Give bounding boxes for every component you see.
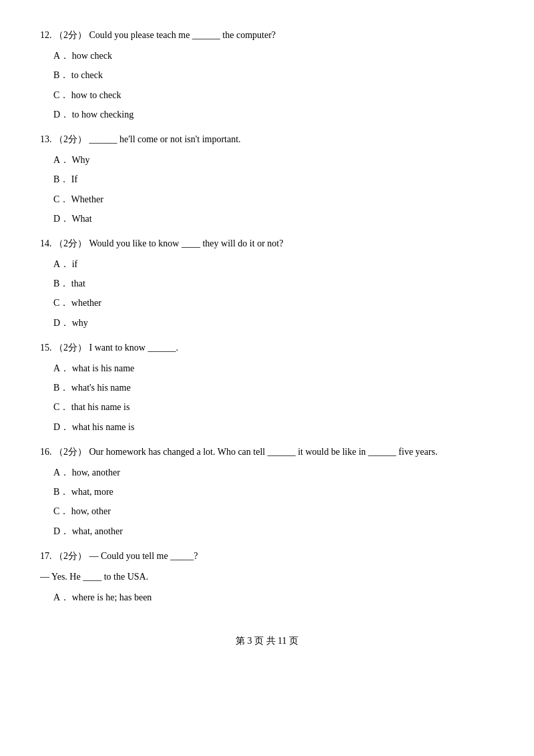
question-14-options: A． if B． that C． whether D． why <box>40 256 494 331</box>
option-14-b-label: B． <box>53 278 69 289</box>
option-16-b: B． what, more <box>53 484 494 500</box>
question-16-stem: 16. （2分） Our homework has changed a lot.… <box>40 443 494 460</box>
question-17-stem: 17. （2分） — Could you tell me _____? <box>40 548 494 564</box>
option-16-a: A． how, another <box>53 464 494 481</box>
option-12-b: B． to check <box>53 67 494 83</box>
question-16: 16. （2分） Our homework has changed a lot.… <box>40 443 494 540</box>
question-15-points: （2分） <box>54 343 87 353</box>
option-13-b-label: B． <box>53 174 69 184</box>
question-12-text: Could you please teach me ______ the com… <box>89 30 276 40</box>
question-12: 12. （2分） Could you please teach me _____… <box>40 27 494 123</box>
question-17-points: （2分） <box>54 551 87 561</box>
question-12-stem: 12. （2分） Could you please teach me _____… <box>40 27 494 43</box>
option-13-a: A． Why <box>53 152 494 168</box>
option-17-a: A． where is he; has been <box>53 589 494 606</box>
option-16-d-label: D． <box>53 526 69 536</box>
option-15-a-label: A． <box>53 363 69 373</box>
option-17-a-label: A． <box>53 592 69 602</box>
question-13-stem: 13. （2分） ______ he'll come or not isn't … <box>40 131 494 148</box>
option-16-d-text: what, another <box>72 526 123 536</box>
option-12-b-label: B． <box>53 70 69 80</box>
question-16-text: Our homework has changed a lot. Who can … <box>89 447 438 457</box>
option-12-c: C． how to check <box>53 87 494 104</box>
option-13-c: C． Whether <box>53 191 494 208</box>
option-12-d: D． to how checking <box>53 106 494 123</box>
question-13-number: 13. <box>40 134 52 144</box>
option-15-b: B． what's his name <box>53 379 494 396</box>
option-13-c-label: C． <box>53 194 69 204</box>
option-13-b: B． If <box>53 171 494 188</box>
question-14-stem: 14. （2分） Would you like to know ____ the… <box>40 235 494 252</box>
option-15-d-text: what his name is <box>72 422 135 432</box>
option-14-c-text: whether <box>71 298 101 308</box>
option-15-d-label: D． <box>53 422 69 432</box>
option-12-d-label: D． <box>53 110 69 120</box>
option-14-a-text: if <box>72 259 78 269</box>
question-12-options: A． how check B． to check C． how to check… <box>40 47 494 123</box>
option-16-c-text: how, other <box>71 506 111 516</box>
option-12-c-text: how to check <box>71 90 121 100</box>
question-13-text: ______ he'll come or not isn't important… <box>89 134 241 144</box>
question-14-points: （2分） <box>54 238 87 248</box>
option-15-a-text: what is his name <box>72 363 135 373</box>
option-14-d: D． why <box>53 315 494 331</box>
option-12-a-label: A． <box>53 51 69 61</box>
option-14-d-text: why <box>72 318 88 328</box>
question-15-stem: 15. （2分） I want to know ______. <box>40 339 494 356</box>
option-15-c-label: C． <box>53 402 69 412</box>
question-13: 13. （2分） ______ he'll come or not isn't … <box>40 131 494 227</box>
option-15-b-label: B． <box>53 383 69 393</box>
question-17-stem2: — Yes. He ____ to the USA. <box>40 568 494 585</box>
option-15-c: C． that his name is <box>53 399 494 415</box>
option-15-d: D． what his name is <box>53 419 494 435</box>
option-16-b-label: B． <box>53 487 69 497</box>
question-17-text2: — Yes. He ____ to the USA. <box>40 572 148 582</box>
option-16-a-text: how, another <box>72 467 120 478</box>
option-13-d-label: D． <box>53 214 69 224</box>
exam-content: 12. （2分） Could you please teach me _____… <box>40 27 494 606</box>
page-footer: 第 3 页 共 11 页 <box>40 632 494 649</box>
question-15: 15. （2分） I want to know ______. A． what … <box>40 339 494 435</box>
question-14-number: 14. <box>40 238 52 248</box>
option-16-a-label: A． <box>53 467 69 478</box>
question-16-points: （2分） <box>54 447 87 457</box>
question-14-text: Would you like to know ____ they will do… <box>89 238 284 248</box>
question-13-points: （2分） <box>54 134 87 144</box>
option-12-b-text: to check <box>71 70 103 80</box>
question-12-points: （2分） <box>54 30 87 40</box>
option-12-c-label: C． <box>53 90 69 100</box>
option-15-a: A． what is his name <box>53 360 494 377</box>
option-14-b-text: that <box>71 278 85 289</box>
question-15-number: 15. <box>40 343 52 353</box>
question-13-options: A． Why B． If C． Whether D． What <box>40 152 494 227</box>
option-13-d: D． What <box>53 210 494 227</box>
page-footer-text: 第 3 页 共 11 页 <box>236 636 298 646</box>
option-13-a-label: A． <box>53 155 69 165</box>
option-14-b: B． that <box>53 275 494 292</box>
option-16-c-label: C． <box>53 506 69 516</box>
option-12-d-text: to how checking <box>72 110 134 120</box>
option-14-d-label: D． <box>53 318 69 328</box>
question-17-number: 17. <box>40 551 52 561</box>
option-13-d-text: What <box>71 214 91 224</box>
question-17: 17. （2分） — Could you tell me _____? — Ye… <box>40 548 494 606</box>
question-17-options: A． where is he; has been <box>40 589 494 606</box>
option-14-a: A． if <box>53 256 494 272</box>
question-15-options: A． what is his name B． what's his name C… <box>40 360 494 435</box>
option-12-a: A． how check <box>53 47 494 64</box>
option-16-d: D． what, another <box>53 523 494 540</box>
option-14-c-label: C． <box>53 298 69 308</box>
option-15-b-text: what's his name <box>71 383 131 393</box>
option-14-a-label: A． <box>53 259 69 269</box>
option-16-b-text: what, more <box>71 487 113 497</box>
option-13-a-text: Why <box>71 155 89 165</box>
question-15-text: I want to know ______. <box>89 343 178 353</box>
question-16-options: A． how, another B． what, more C． how, ot… <box>40 464 494 540</box>
question-17-text: — Could you tell me _____? <box>89 551 198 561</box>
option-16-c: C． how, other <box>53 503 494 520</box>
option-17-a-text: where is he; has been <box>72 592 152 602</box>
option-14-c: C． whether <box>53 295 494 311</box>
option-12-a-text: how check <box>72 51 112 61</box>
question-14: 14. （2分） Would you like to know ____ the… <box>40 235 494 331</box>
question-12-number: 12. <box>40 30 52 40</box>
